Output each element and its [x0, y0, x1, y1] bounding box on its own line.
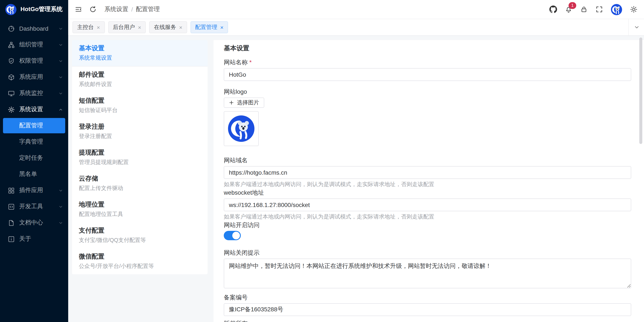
settings-item-sms[interactable]: 短信配置 短信验证码平台: [72, 92, 208, 118]
user-avatar[interactable]: [611, 3, 622, 15]
form-item-icp: 备案编号: [224, 294, 631, 316]
settings-item-basic[interactable]: 基本设置 系统常规设置: [72, 40, 208, 66]
form-item-site-name: 网站名称 *: [224, 58, 631, 81]
settings-item-cloud-storage[interactable]: 云存储 配置上传文件驱动: [72, 170, 208, 196]
sidebar-item-label: 文档中心: [19, 219, 43, 227]
sidebar-item-about[interactable]: 关于: [0, 231, 68, 247]
shield-check-icon: [8, 57, 15, 64]
site-domain-input[interactable]: [224, 166, 631, 179]
main-column: 系统设置 / 配置管理 1: [68, 0, 644, 322]
sidebar-subitem-label: 黑名单: [19, 170, 37, 178]
breadcrumb-current[interactable]: 配置管理: [136, 5, 160, 13]
sidebar-item-label: 关于: [19, 235, 31, 243]
sidebar-item-label: 权限管理: [19, 57, 43, 65]
sidebar-subitem-config-management[interactable]: 配置管理: [3, 118, 65, 133]
settings-item-subtitle: 短信验证码平台: [79, 106, 201, 114]
field-label-text: 网站域名: [224, 156, 248, 164]
sidebar-item-monitor[interactable]: 系统监控: [0, 85, 68, 101]
form-item-close-tip: 网站关闭提示 网站维护中，暂时无法访问！本网站正在进行系统维护和技术升级，网站暂…: [224, 249, 631, 288]
settings-item-email[interactable]: 邮件设置 系统邮件设置: [72, 66, 208, 92]
tab-online-service[interactable]: 在线服务 ×: [149, 21, 187, 33]
tab-close-icon[interactable]: ×: [138, 24, 141, 30]
sidebar-item-label: 插件应用: [19, 187, 43, 194]
site-name-input[interactable]: [224, 68, 631, 81]
header: 系统设置 / 配置管理 1: [68, 0, 644, 19]
sidebar-item-plugins[interactable]: 插件应用: [0, 182, 68, 199]
breadcrumb-parent[interactable]: 系统设置: [104, 5, 128, 13]
form-item-site-logo: 网站logo 选择图片: [224, 88, 631, 146]
icp-number-input[interactable]: [224, 303, 631, 316]
chevron-up-icon: [58, 107, 63, 112]
close-tip-textarea[interactable]: 网站维护中，暂时无法访问！本网站正在进行系统维护和技术升级，网站暂时无法访问，敬…: [224, 259, 631, 288]
fullscreen-icon[interactable]: [596, 5, 603, 13]
field-label: 网站logo: [224, 88, 631, 95]
tab-admin-users[interactable]: 后台用户 ×: [108, 21, 146, 33]
notifications-button[interactable]: 1: [565, 5, 572, 13]
page-scrollbar[interactable]: [639, 37, 642, 144]
sidebar-item-organization[interactable]: 组织管理: [0, 37, 68, 53]
settings-item-title: 短信配置: [79, 96, 201, 105]
app-title: HotGo管理系统: [20, 5, 63, 13]
tab-close-icon[interactable]: ×: [97, 24, 100, 30]
select-image-button[interactable]: 选择图片: [224, 97, 264, 108]
github-icon[interactable]: [550, 5, 557, 13]
tab-config-management[interactable]: 配置管理 ×: [190, 21, 228, 33]
tab-close-icon[interactable]: ×: [179, 24, 182, 30]
settings-item-geo[interactable]: 地理位置 配置地理位置工具: [72, 196, 208, 222]
sidebar-subitem-dictionary[interactable]: 字典管理: [0, 134, 68, 150]
settings-item-title: 地理位置: [79, 200, 201, 209]
field-label: 网站关闭提示: [224, 249, 631, 256]
chevron-down-icon: [58, 58, 63, 63]
tab-options-button[interactable]: [628, 19, 640, 35]
sidebar-subitem-label: 配置管理: [19, 122, 43, 129]
menu-collapse-icon[interactable]: [74, 5, 82, 13]
field-label: 备案编号: [224, 294, 631, 301]
sidebar-item-label: Dashboard: [19, 25, 48, 32]
content-area: 基本设置 系统常规设置 邮件设置 系统邮件设置 短信配置 短信验证码平台 登录注…: [68, 36, 644, 322]
settings-item-login[interactable]: 登录注册 登录注册配置: [72, 118, 208, 144]
field-label-text: 网站关闭提示: [224, 249, 260, 256]
settings-item-withdraw[interactable]: 提现配置 管理员提现规则配置: [72, 144, 208, 170]
site-logo-preview[interactable]: [224, 111, 259, 146]
sidebar-item-system-settings[interactable]: 系统设置: [0, 101, 68, 118]
refresh-icon[interactable]: [89, 5, 97, 13]
field-label-text: 网站logo: [224, 88, 247, 95]
websocket-input[interactable]: [224, 199, 631, 211]
dashboard-icon: [8, 25, 15, 32]
chevron-down-icon: [58, 42, 63, 47]
tab-label: 配置管理: [195, 23, 217, 31]
settings-item-title: 邮件设置: [79, 70, 201, 79]
settings-item-payment[interactable]: 支付配置 支付宝/微信/QQ支付配置等: [72, 222, 208, 248]
basic-settings-form: 基本设置 网站名称 * 网站logo: [214, 40, 644, 322]
field-label: 网站开启访问: [224, 221, 631, 229]
settings-item-subtitle: 系统常规设置: [79, 54, 201, 62]
chevron-down-icon: [58, 91, 63, 96]
sidebar-item-devtools[interactable]: 开发工具: [0, 199, 68, 215]
sidebar-subitem-cron[interactable]: 定时任务: [0, 150, 68, 166]
sidebar-item-permission[interactable]: 权限管理: [0, 53, 68, 69]
app-logo-icon: [5, 3, 16, 15]
sidebar-item-docs[interactable]: 文档中心: [0, 215, 68, 231]
info-icon: [8, 235, 15, 243]
sidebar-subitem-blacklist[interactable]: 黑名单: [0, 166, 68, 182]
settings-item-wechat[interactable]: 微信配置 公众号/开放平台/小程序配置等: [72, 248, 208, 274]
code-icon: [8, 203, 15, 210]
site-open-toggle[interactable]: [224, 231, 241, 240]
plus-icon: [229, 100, 234, 105]
field-label-text: 网站名称: [224, 58, 248, 66]
tab-close-icon[interactable]: ×: [220, 24, 224, 30]
settings-item-subtitle: 支付宝/微信/QQ支付配置等: [79, 236, 201, 244]
tab-dashboard[interactable]: 主控台 ×: [72, 21, 105, 33]
form-item-site-domain: 网站域名 如果客户端通过本地或内网访问，则认为是调试模式，走实际请求地址，否则走…: [224, 156, 631, 188]
chevron-down-icon: [58, 26, 63, 31]
sidebar-item-system-app[interactable]: 系统应用: [0, 69, 68, 85]
sidebar-item-dashboard[interactable]: Dashboard: [0, 20, 68, 37]
chevron-down-icon: [634, 24, 640, 30]
tab-label: 后台用户: [113, 23, 135, 31]
gear-icon: [8, 106, 15, 113]
tab-label: 主控台: [77, 23, 94, 31]
app-logo-row[interactable]: HotGo管理系统: [0, 0, 68, 19]
field-label: websocket地址: [224, 189, 631, 196]
settings-gear-icon[interactable]: [630, 5, 638, 13]
lock-icon[interactable]: [580, 5, 588, 13]
